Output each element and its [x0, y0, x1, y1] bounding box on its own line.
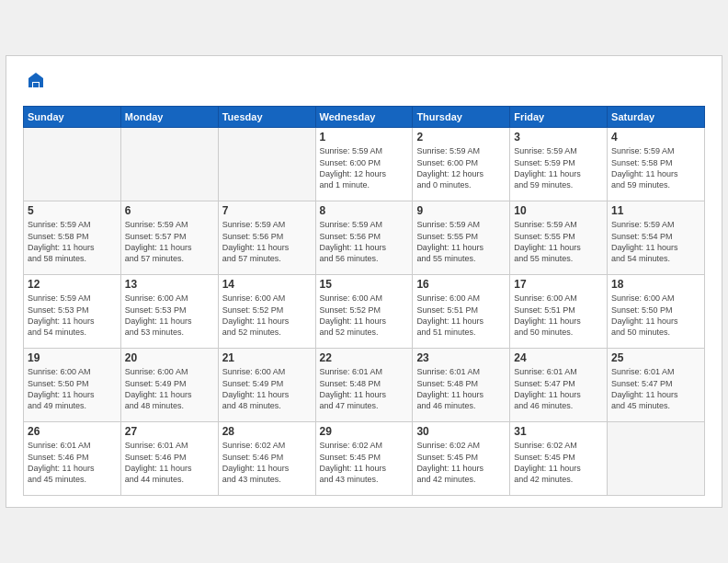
calendar-cell: [608, 422, 705, 496]
calendar-cell: 28Sunrise: 6:02 AM Sunset: 5:46 PM Dayli…: [218, 422, 315, 496]
day-number: 28: [222, 425, 312, 438]
calendar-cell: 18Sunrise: 6:00 AM Sunset: 5:50 PM Dayli…: [608, 275, 705, 349]
calendar-cell: 23Sunrise: 6:01 AM Sunset: 5:48 PM Dayli…: [413, 349, 510, 422]
day-number: 2: [416, 131, 506, 144]
calendar-cell: [218, 128, 315, 201]
day-info: Sunrise: 6:00 AM Sunset: 5:50 PM Dayligh…: [28, 366, 117, 411]
calendar-cell: 26Sunrise: 6:01 AM Sunset: 5:46 PM Dayli…: [24, 422, 121, 496]
day-info: Sunrise: 5:59 AM Sunset: 5:54 PM Dayligh…: [611, 219, 700, 264]
day-info: Sunrise: 5:59 AM Sunset: 5:55 PM Dayligh…: [514, 219, 603, 264]
calendar-cell: 25Sunrise: 6:01 AM Sunset: 5:47 PM Dayli…: [608, 349, 705, 422]
day-number: 19: [28, 351, 117, 364]
day-info: Sunrise: 5:59 AM Sunset: 5:58 PM Dayligh…: [611, 145, 700, 190]
day-info: Sunrise: 6:00 AM Sunset: 5:49 PM Dayligh…: [125, 366, 214, 411]
day-info: Sunrise: 6:01 AM Sunset: 5:46 PM Dayligh…: [28, 440, 117, 485]
day-info: Sunrise: 5:59 AM Sunset: 6:00 PM Dayligh…: [320, 145, 409, 190]
day-number: 7: [222, 204, 312, 217]
day-info: Sunrise: 5:59 AM Sunset: 5:56 PM Dayligh…: [222, 219, 312, 264]
day-info: Sunrise: 5:59 AM Sunset: 5:53 PM Dayligh…: [28, 293, 117, 338]
day-number: 24: [514, 351, 603, 364]
calendar-cell: 27Sunrise: 6:01 AM Sunset: 5:46 PM Dayli…: [120, 422, 218, 496]
day-number: 8: [320, 204, 409, 217]
day-number: 18: [611, 278, 700, 291]
calendar-cell: 12Sunrise: 5:59 AM Sunset: 5:53 PM Dayli…: [24, 275, 121, 349]
day-number: 5: [28, 204, 117, 217]
day-number: 21: [222, 351, 312, 364]
calendar-week-3: 12Sunrise: 5:59 AM Sunset: 5:53 PM Dayli…: [24, 275, 705, 349]
calendar-cell: 6Sunrise: 5:59 AM Sunset: 5:57 PM Daylig…: [120, 201, 218, 275]
calendar-cell: 31Sunrise: 6:02 AM Sunset: 5:45 PM Dayli…: [510, 422, 608, 496]
page-header: [23, 71, 705, 98]
calendar-cell: 22Sunrise: 6:01 AM Sunset: 5:48 PM Dayli…: [315, 349, 413, 422]
day-info: Sunrise: 5:59 AM Sunset: 5:57 PM Dayligh…: [125, 219, 214, 264]
column-header-wednesday: Wednesday: [315, 107, 413, 128]
day-info: Sunrise: 6:01 AM Sunset: 5:48 PM Dayligh…: [320, 366, 409, 411]
calendar-cell: 9Sunrise: 5:59 AM Sunset: 5:55 PM Daylig…: [413, 201, 510, 275]
calendar-cell: 30Sunrise: 6:02 AM Sunset: 5:45 PM Dayli…: [413, 422, 510, 496]
calendar-cell: [24, 128, 121, 201]
day-info: Sunrise: 6:00 AM Sunset: 5:53 PM Dayligh…: [125, 293, 214, 338]
svg-rect-0: [33, 83, 39, 87]
calendar-page: SundayMondayTuesdayWednesdayThursdayFrid…: [6, 55, 722, 509]
day-number: 4: [611, 131, 700, 144]
calendar-week-4: 19Sunrise: 6:00 AM Sunset: 5:50 PM Dayli…: [24, 349, 705, 422]
day-info: Sunrise: 6:02 AM Sunset: 5:45 PM Dayligh…: [320, 440, 409, 485]
calendar-week-5: 26Sunrise: 6:01 AM Sunset: 5:46 PM Dayli…: [24, 422, 705, 496]
day-info: Sunrise: 6:02 AM Sunset: 5:45 PM Dayligh…: [514, 440, 603, 485]
day-number: 13: [125, 278, 214, 291]
calendar-cell: 24Sunrise: 6:01 AM Sunset: 5:47 PM Dayli…: [510, 349, 608, 422]
day-info: Sunrise: 6:00 AM Sunset: 5:52 PM Dayligh…: [222, 293, 312, 338]
calendar-cell: 11Sunrise: 5:59 AM Sunset: 5:54 PM Dayli…: [608, 201, 705, 275]
day-info: Sunrise: 6:01 AM Sunset: 5:46 PM Dayligh…: [125, 440, 214, 485]
day-info: Sunrise: 5:59 AM Sunset: 5:59 PM Dayligh…: [514, 145, 603, 190]
day-number: 29: [320, 425, 409, 438]
logo: [23, 71, 47, 98]
day-number: 31: [514, 425, 603, 438]
day-info: Sunrise: 6:01 AM Sunset: 5:47 PM Dayligh…: [611, 366, 700, 411]
day-number: 25: [611, 351, 700, 364]
calendar-cell: 2Sunrise: 5:59 AM Sunset: 6:00 PM Daylig…: [413, 128, 510, 201]
calendar-cell: [120, 128, 218, 201]
day-number: 1: [320, 131, 409, 144]
calendar-table: SundayMondayTuesdayWednesdayThursdayFrid…: [23, 106, 705, 496]
calendar-cell: 7Sunrise: 5:59 AM Sunset: 5:56 PM Daylig…: [218, 201, 315, 275]
day-number: 10: [514, 204, 603, 217]
calendar-header-row: SundayMondayTuesdayWednesdayThursdayFrid…: [24, 107, 705, 128]
day-info: Sunrise: 5:59 AM Sunset: 5:55 PM Dayligh…: [416, 219, 506, 264]
column-header-monday: Monday: [120, 107, 218, 128]
calendar-cell: 16Sunrise: 6:00 AM Sunset: 5:51 PM Dayli…: [413, 275, 510, 349]
calendar-cell: 8Sunrise: 5:59 AM Sunset: 5:56 PM Daylig…: [315, 201, 413, 275]
day-number: 3: [514, 131, 603, 144]
calendar-cell: 29Sunrise: 6:02 AM Sunset: 5:45 PM Dayli…: [315, 422, 413, 496]
day-info: Sunrise: 6:00 AM Sunset: 5:49 PM Dayligh…: [222, 366, 312, 411]
calendar-cell: 19Sunrise: 6:00 AM Sunset: 5:50 PM Dayli…: [24, 349, 121, 422]
day-number: 20: [125, 351, 214, 364]
day-number: 14: [222, 278, 312, 291]
calendar-cell: 1Sunrise: 5:59 AM Sunset: 6:00 PM Daylig…: [315, 128, 413, 201]
day-info: Sunrise: 6:00 AM Sunset: 5:51 PM Dayligh…: [514, 293, 603, 338]
column-header-saturday: Saturday: [608, 107, 705, 128]
day-number: 27: [125, 425, 214, 438]
column-header-friday: Friday: [510, 107, 608, 128]
day-number: 22: [320, 351, 409, 364]
day-number: 17: [514, 278, 603, 291]
calendar-cell: 3Sunrise: 5:59 AM Sunset: 5:59 PM Daylig…: [510, 128, 608, 201]
day-number: 30: [416, 425, 506, 438]
day-info: Sunrise: 6:00 AM Sunset: 5:52 PM Dayligh…: [320, 293, 409, 338]
calendar-cell: 13Sunrise: 6:00 AM Sunset: 5:53 PM Dayli…: [120, 275, 218, 349]
calendar-cell: 4Sunrise: 5:59 AM Sunset: 5:58 PM Daylig…: [608, 128, 705, 201]
day-number: 15: [320, 278, 409, 291]
day-number: 12: [28, 278, 117, 291]
calendar-cell: 10Sunrise: 5:59 AM Sunset: 5:55 PM Dayli…: [510, 201, 608, 275]
day-info: Sunrise: 6:00 AM Sunset: 5:51 PM Dayligh…: [416, 293, 506, 338]
calendar-cell: 5Sunrise: 5:59 AM Sunset: 5:58 PM Daylig…: [24, 201, 121, 275]
calendar-cell: 20Sunrise: 6:00 AM Sunset: 5:49 PM Dayli…: [120, 349, 218, 422]
calendar-cell: 17Sunrise: 6:00 AM Sunset: 5:51 PM Dayli…: [510, 275, 608, 349]
day-info: Sunrise: 6:00 AM Sunset: 5:50 PM Dayligh…: [611, 293, 700, 338]
column-header-sunday: Sunday: [24, 107, 121, 128]
day-info: Sunrise: 6:01 AM Sunset: 5:47 PM Dayligh…: [514, 366, 603, 411]
day-number: 11: [611, 204, 700, 217]
day-info: Sunrise: 6:02 AM Sunset: 5:46 PM Dayligh…: [222, 440, 312, 485]
calendar-cell: 21Sunrise: 6:00 AM Sunset: 5:49 PM Dayli…: [218, 349, 315, 422]
logo-icon: [25, 71, 47, 93]
